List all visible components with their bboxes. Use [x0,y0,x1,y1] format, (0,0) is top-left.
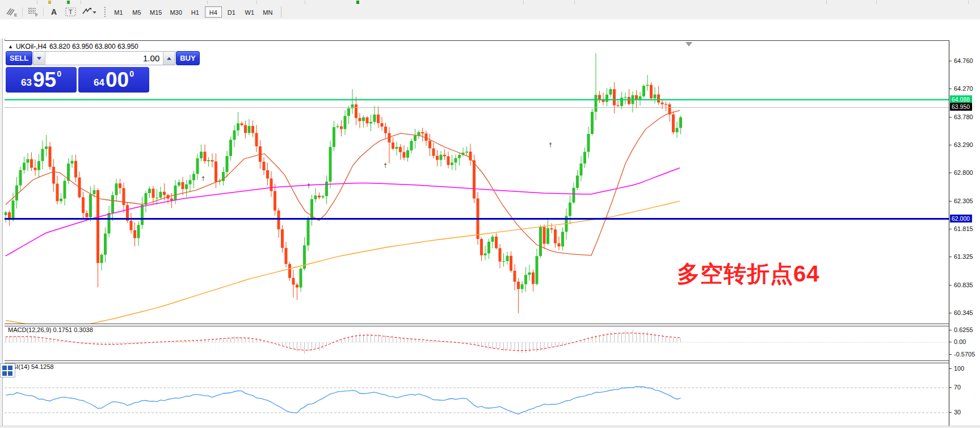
tool-icon-group: E F A T [0,5,96,19]
axis-tick [949,61,952,61]
toolbar-separator [574,1,575,4]
axis-tick [949,89,952,89]
price-axis-label: 61.815 [954,225,973,232]
caret-down-icon [37,57,41,60]
mt4-window: E F A T M1M5M15M30H1H4D1W1MN †††† [0,0,980,428]
toolbar-separator [876,1,877,4]
axis-tick [949,387,952,388]
buy-button[interactable]: BUY [176,51,199,65]
axis-tick [949,342,952,342]
axis-tick [949,229,952,229]
toolbar-separator [826,1,827,4]
timeframe-button-m30[interactable]: M30 [166,6,185,18]
svg-text:F: F [35,12,38,18]
ohlc-values: 63.820 63.950 63.800 63.950 [49,43,138,51]
axis-tick [949,412,952,413]
main-toolbar: E F A T M1M5M15M30H1H4D1W1MN [0,5,980,20]
svg-text:†: † [201,175,205,182]
axis-tick [949,313,952,313]
timeframe-button-w1[interactable]: W1 [241,6,258,18]
price-tag: 62.000 [950,215,972,223]
rsi-axis-label: 30 [954,409,961,416]
caret-up-icon [167,57,171,60]
price-axis-label: 61.325 [954,253,973,260]
chart-workspace: †††† 4 Nov 20196 Nov 21:008 Nov 21:0012 … [0,19,980,428]
macd-label: MACD(12,26,9) 0.1751 0.3038 [8,326,93,333]
chart-title: ▲ UKOil-,H4 63.820 63.950 63.800 63.950 [8,43,138,51]
chart-area[interactable]: †††† 4 Nov 20196 Nov 21:008 Nov 21:0012 … [5,40,949,428]
rsi-axis-label: 100 [954,365,964,372]
axis-tick [949,330,952,330]
axis-tick [949,173,952,173]
axis-tick [949,201,952,202]
window-bottom-frame [0,426,980,428]
timeframe-button-m1[interactable]: M1 [110,6,127,18]
svg-text:A: A [51,7,57,16]
price-axis-label: 60.835 [954,282,973,288]
macd-axis-label: 0.6255 [954,326,973,333]
sell-price[interactable]: 63950 [6,67,77,93]
mini-icon [67,1,70,4]
axis-tick [949,257,952,257]
macd-axis-label: -0.5705 [954,351,975,358]
toolbar-grip[interactable] [104,7,106,17]
timeframe-button-h4[interactable]: H4 [205,6,222,18]
price-axis-label: 64.270 [954,85,973,92]
toolbar-separator [43,7,44,16]
toolbar-separator [281,6,281,18]
toolbar-separator [968,1,969,4]
timeframe-button-d1[interactable]: D1 [223,6,240,18]
timeframe-button-h1[interactable]: H1 [187,6,204,18]
macd-axis-label: 0.00 [954,338,966,345]
axis-tick [949,285,952,286]
price-axis-label: 63.780 [954,114,973,120]
toolbar-separator [305,1,305,4]
rsi-axis-label: 70 [954,384,961,391]
volume-input[interactable] [45,52,163,65]
svg-text:E: E [14,12,17,18]
text-label-icon[interactable]: A [45,5,62,19]
toolbar-separator [523,1,524,4]
timeframe-button-m15[interactable]: M15 [146,6,165,18]
price-tag: 64.088 [950,95,972,103]
macd-panel[interactable] [5,325,949,360]
volume-decrease-button[interactable] [33,52,45,65]
toolbar-separator [37,1,37,4]
svg-text:T: T [69,9,73,15]
shapes-dropdown-icon[interactable] [79,5,96,19]
axis-tick [949,117,952,118]
timeframe-toolbar: M1M5M15M30H1H4D1W1MN [110,6,276,18]
toolbar-separator [256,1,257,4]
indicators-icon[interactable]: E [3,5,20,19]
volume-increase-button[interactable] [163,52,175,65]
text-box-icon[interactable]: T [62,5,79,19]
chart-shift-marker[interactable] [685,42,692,47]
price-tag: 63.950 [950,103,972,111]
toolbar-separator [22,7,23,16]
axis-tick [949,368,952,369]
rsi-panel[interactable] [5,362,949,428]
price-axis-label: 63.290 [954,141,973,148]
axis-tick [949,145,952,145]
svg-text:†: † [384,162,387,169]
svg-text:†: † [307,182,310,189]
price-axis-label: 60.345 [954,309,973,316]
svg-text:†: † [549,141,552,148]
collapse-triangle-icon[interactable]: ▲ [8,44,13,49]
symbol-label: UKOil-,H4 [16,43,47,51]
timeframe-button-mn[interactable]: MN [259,6,276,18]
docked-window-icon[interactable] [0,363,15,377]
grid-icon[interactable]: F [24,5,41,19]
one-click-trading-panel: SELL BUY 63950 64000 [6,51,151,93]
toolbar-separator [81,1,81,4]
price-axis-label: 64.760 [954,57,973,64]
price-axis[interactable]: 64.76064.27063.78063.29062.80062.30561.8… [949,40,980,428]
volume-control [33,51,175,65]
timeframe-button-m5[interactable]: M5 [128,6,145,18]
mini-icon [356,1,359,4]
sell-button[interactable]: SELL [6,51,32,65]
buy-price[interactable]: 64000 [78,67,149,93]
price-axis-label: 62.800 [954,169,973,176]
mini-icon [48,1,51,4]
price-axis-label: 62.305 [954,198,973,204]
